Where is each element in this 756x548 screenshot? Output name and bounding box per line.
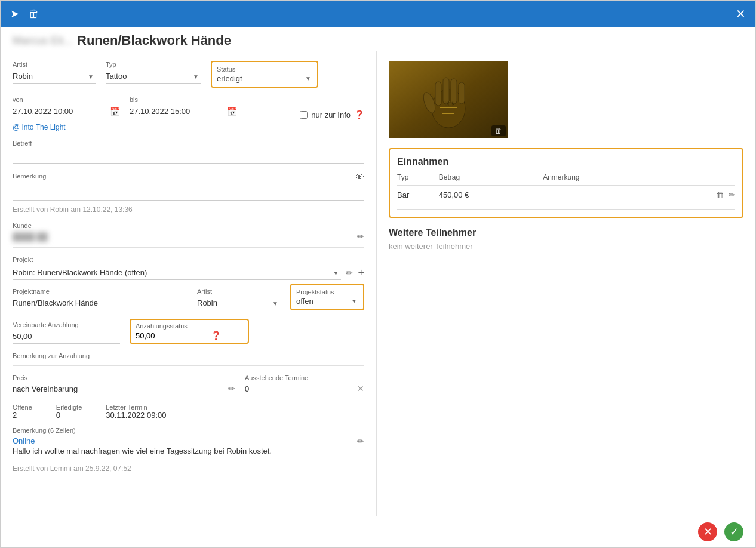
- einnahmen-table: Typ Betrag Anmerkung Bar 450,00 €: [397, 173, 735, 204]
- titlebar: ➤ 🗑 ✕: [1, 1, 755, 27]
- einnahmen-box: Einnahmen Typ Betrag Anmerkung Bar: [389, 148, 743, 218]
- projektstatus-label: Projektstatus: [296, 288, 358, 295]
- projektstatus-box: Projektstatus offen erledigt in Bearbeit…: [290, 284, 364, 310]
- letzter-termin-label: Letzter Termin: [106, 404, 166, 411]
- erledigte-value: 0: [56, 411, 82, 420]
- nur-zur-info-label: nur zur Info: [311, 110, 351, 119]
- svg-rect-5: [459, 82, 465, 104]
- von-label: von: [13, 96, 120, 103]
- status-select[interactable]: erledigt offen in Bearbeitung: [217, 74, 312, 83]
- projekt-select[interactable]: Robin: Runen/Blackwork Hände (offen): [13, 266, 341, 280]
- visibility-icon[interactable]: 👁: [355, 172, 364, 183]
- projektstatus-select[interactable]: offen erledigt in Bearbeitung: [296, 297, 358, 306]
- bottom-bar: ✕ ✓: [1, 516, 755, 547]
- ausstehende-termine-value: 0: [245, 384, 357, 393]
- anzahlungsstatus-label: Anzahlungsstatus: [136, 322, 243, 330]
- kunde-edit-icon[interactable]: ✏: [357, 232, 364, 241]
- bis-group: bis 27.10.2022 15:00 📅: [130, 96, 237, 119]
- cancel-button[interactable]: ✕: [698, 522, 717, 541]
- projektname-label: Projektname: [13, 288, 188, 295]
- artist2-select[interactable]: Robin: [197, 296, 281, 310]
- table-row: Bar 450,00 € 🗑 ✏: [397, 186, 735, 205]
- anmerkung-col-header: Anmerkung: [543, 173, 669, 186]
- einnahmen-edit-icon[interactable]: ✏: [729, 190, 735, 199]
- vereinbarte-anzahlung-value: 50,00: [13, 330, 120, 344]
- projekt-label: Projekt: [13, 256, 364, 263]
- weitere-title: Weitere Teilnehmer: [389, 227, 743, 238]
- bis-label: bis: [130, 96, 237, 103]
- status-box: Status erledigt offen in Bearbeitung ▼: [211, 61, 318, 88]
- bis-value: 27.10.2022 15:00: [130, 104, 227, 119]
- preis-label: Preis: [13, 374, 235, 381]
- betreff-label: Betreff: [13, 140, 364, 147]
- vereinbarte-anzahlung-label: Vereinbarte Anzahlung: [13, 321, 120, 328]
- confirm-button[interactable]: ✓: [724, 522, 743, 541]
- weitere-section: Weitere Teilnehmer kein weiterer Teilneh…: [389, 227, 743, 251]
- projektname-value: Runen/Blackwork Hände: [13, 296, 188, 310]
- von-calendar-icon[interactable]: 📅: [110, 107, 120, 116]
- location-text: @ Into The Light: [13, 123, 364, 131]
- weitere-text: kein weiterer Teilnehmer: [389, 242, 743, 251]
- artist2-label: Artist: [197, 288, 281, 295]
- subtitle-blurred: Marcus Eit...: [13, 35, 72, 47]
- send-icon[interactable]: ➤: [10, 7, 19, 20]
- bemerkung-field[interactable]: [13, 186, 364, 201]
- bemerkung-zeilen-value1: Online: [13, 436, 272, 445]
- close-button[interactable]: ✕: [736, 7, 746, 21]
- bemerkung-zeilen-label: Bemerkung (6 Zeilen): [13, 427, 364, 434]
- einnahmen-typ: Bar: [397, 186, 439, 205]
- anzahlungsstatus-input[interactable]: [136, 331, 207, 340]
- preis-edit-icon[interactable]: ✏: [228, 384, 235, 393]
- einnahmen-title: Einnahmen: [397, 156, 735, 167]
- offene-value: 2: [13, 411, 32, 420]
- offene-label: Offene: [13, 404, 32, 411]
- nur-zur-info-checkbox[interactable]: [300, 111, 308, 119]
- kunde-value: ████ ██: [13, 232, 48, 241]
- image-container: ᚱᚢᚾ 🗑: [389, 61, 508, 138]
- erstellt-bottom: Erstellt von Lemmi am 25.9.22, 07:52: [13, 464, 364, 473]
- svg-rect-4: [451, 79, 457, 104]
- typ-col-header: Typ: [397, 173, 439, 186]
- letzter-termin-value: 30.11.2022 09:00: [106, 411, 166, 420]
- bis-calendar-icon[interactable]: 📅: [227, 107, 237, 116]
- bemerkung-anzahlung-label: Bemerkung zur Anzahlung: [13, 352, 364, 359]
- von-value: 27.10.2022 10:00: [13, 104, 110, 119]
- artist-label: Artist: [13, 61, 96, 68]
- delete-icon[interactable]: 🗑: [29, 8, 39, 20]
- artist-select[interactable]: Robin: [13, 69, 96, 84]
- created-text: Erstellt von Robin am 12.10.22, 13:36: [13, 205, 364, 214]
- typ-select[interactable]: Tattoo: [106, 69, 201, 84]
- anzahlungsstatus-help-icon[interactable]: ❓: [211, 331, 221, 340]
- anzahlungsstatus-box: Anzahlungsstatus ❓: [130, 319, 249, 344]
- svg-text:ᚱᚢᚾ: ᚱᚢᚾ: [445, 101, 454, 106]
- ausstehende-termine-label: Ausstehende Termine: [245, 374, 364, 381]
- page-title: Runen/Blackwork Hände: [77, 33, 231, 48]
- left-panel: Artist Robin ▼ Typ Tattoo ▼: [1, 51, 377, 516]
- help-icon[interactable]: ❓: [354, 110, 364, 119]
- betrag-col-header: Betrag: [439, 173, 543, 186]
- einnahmen-betrag: 450,00 €: [439, 186, 543, 205]
- ausstehende-clear-icon[interactable]: ✕: [357, 384, 364, 393]
- projekt-select-wrapper: Robin: Runen/Blackwork Hände (offen) ▼: [13, 266, 341, 280]
- projekt-edit-icon[interactable]: ✏: [346, 268, 353, 278]
- image-delete-button[interactable]: 🗑: [491, 125, 506, 136]
- von-group: von 27.10.2022 10:00 📅: [13, 96, 120, 119]
- einnahmen-anmerkung: [543, 186, 669, 205]
- tattoo-image: ᚱᚢᚾ: [389, 61, 508, 138]
- status-label: Status: [217, 66, 312, 73]
- typ-label: Typ: [106, 61, 201, 68]
- preis-value: nach Vereinbarung: [13, 384, 228, 393]
- einnahmen-delete-icon[interactable]: 🗑: [716, 190, 724, 199]
- projekt-add-icon[interactable]: +: [358, 267, 364, 279]
- bemerkung-label: Bemerkung: [13, 173, 46, 180]
- svg-rect-3: [443, 78, 449, 104]
- erledigte-label: Erledigte: [56, 404, 82, 411]
- svg-rect-2: [435, 82, 441, 106]
- kunde-label: Kunde: [13, 222, 364, 229]
- tattoo-svg: ᚱᚢᚾ: [389, 61, 508, 138]
- bemerkung-edit-icon[interactable]: ✏: [357, 436, 364, 446]
- bemerkung-zeilen-value2: Hallo ich wollte mal nachfragen wie viel…: [13, 445, 272, 457]
- right-panel: ᚱᚢᚾ 🗑 Einnahmen Typ Betrag Anmerkung: [377, 51, 755, 516]
- betreff-value[interactable]: [13, 149, 364, 164]
